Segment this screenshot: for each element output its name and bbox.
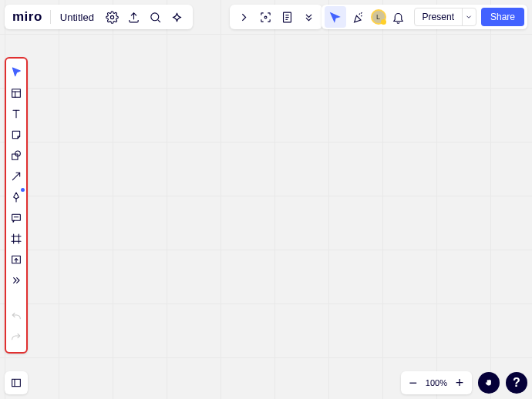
- present-group: Present: [414, 8, 476, 26]
- header-right-toolbar: L Present Share: [322, 5, 527, 29]
- double-chevron-right-icon: [10, 274, 22, 287]
- search-button[interactable]: [145, 6, 167, 28]
- party-icon: [352, 11, 365, 24]
- user-avatar[interactable]: L: [371, 9, 386, 25]
- document-icon: [281, 11, 294, 24]
- svg-point-2: [151, 12, 159, 20]
- collapse-button[interactable]: [233, 6, 254, 28]
- svg-rect-14: [12, 154, 18, 159]
- header-left-toolbar: miro Untitled: [5, 5, 193, 29]
- board-title[interactable]: Untitled: [52, 12, 102, 23]
- canvas[interactable]: [0, 0, 532, 399]
- focus-button[interactable]: [254, 6, 276, 28]
- export-button[interactable]: [123, 6, 145, 28]
- bottom-right-controls: − 100% + ?: [401, 371, 527, 394]
- notes-button[interactable]: [276, 6, 298, 28]
- double-chevron-down-icon: [302, 11, 315, 24]
- frame-tool[interactable]: [5, 228, 27, 249]
- redo-button[interactable]: [5, 328, 27, 349]
- chevron-down-icon: [465, 13, 473, 21]
- text-tool[interactable]: [5, 103, 27, 124]
- bell-icon: [392, 11, 405, 24]
- reactions-button[interactable]: [348, 6, 369, 28]
- upload-icon: [10, 253, 22, 266]
- shapes-tool[interactable]: [5, 145, 27, 166]
- zoom-controls: − 100% +: [401, 371, 472, 394]
- svg-rect-18: [12, 214, 21, 220]
- notifications-button[interactable]: [388, 6, 409, 28]
- panel-toggle-button[interactable]: [5, 371, 28, 394]
- help-button[interactable]: ?: [506, 372, 527, 394]
- search-icon: [149, 11, 162, 24]
- templates-tool[interactable]: [5, 82, 27, 103]
- select-tool[interactable]: [5, 62, 27, 82]
- upload-tool[interactable]: [5, 249, 27, 270]
- sticky-note-tool[interactable]: [5, 124, 27, 145]
- divider: [50, 10, 51, 24]
- present-dropdown[interactable]: [462, 8, 476, 25]
- cursor-mode-button[interactable]: [325, 6, 346, 28]
- more-views-button[interactable]: [298, 6, 319, 28]
- comment-icon: [10, 212, 22, 224]
- svg-line-3: [158, 19, 160, 22]
- svg-point-0: [111, 15, 114, 18]
- present-button[interactable]: Present: [415, 12, 462, 22]
- zoom-out-button[interactable]: −: [404, 372, 423, 394]
- svg-point-4: [264, 16, 267, 18]
- arrow-icon: [10, 170, 22, 183]
- pen-icon: [10, 191, 22, 203]
- header-center-toolbar: [230, 5, 322, 29]
- svg-rect-9: [12, 89, 21, 97]
- more-tools[interactable]: [5, 270, 27, 290]
- zoom-in-button[interactable]: +: [450, 372, 469, 394]
- zoom-level[interactable]: 100%: [423, 378, 450, 387]
- connection-line-tool[interactable]: [5, 166, 27, 186]
- focus-icon: [259, 11, 272, 24]
- export-icon: [127, 11, 140, 24]
- undo-icon: [10, 312, 22, 324]
- undo-button[interactable]: [5, 307, 27, 328]
- sparkle-icon: [170, 11, 184, 24]
- chevron-right-icon: [237, 11, 251, 24]
- indicator-dot: [21, 188, 25, 192]
- template-icon: [10, 87, 22, 99]
- cursor-icon: [328, 11, 342, 24]
- sticky-note-icon: [10, 129, 22, 141]
- text-icon: [10, 108, 22, 120]
- settings-button[interactable]: [102, 6, 123, 28]
- gear-icon: [106, 11, 119, 24]
- frame-icon: [10, 233, 22, 245]
- ai-button[interactable]: [167, 6, 188, 28]
- hand-icon: [483, 377, 494, 388]
- svg-line-16: [12, 173, 19, 179]
- hand-mode-button[interactable]: [478, 372, 500, 394]
- pointer-icon: [10, 66, 22, 79]
- share-button[interactable]: Share: [481, 8, 524, 26]
- left-toolbar: [5, 57, 28, 354]
- pen-tool[interactable]: [5, 186, 27, 207]
- panel-icon: [10, 377, 22, 389]
- svg-rect-26: [12, 379, 21, 386]
- shapes-icon: [10, 149, 22, 162]
- miro-logo[interactable]: miro: [9, 9, 49, 25]
- redo-icon: [10, 333, 22, 345]
- comment-tool[interactable]: [5, 207, 27, 228]
